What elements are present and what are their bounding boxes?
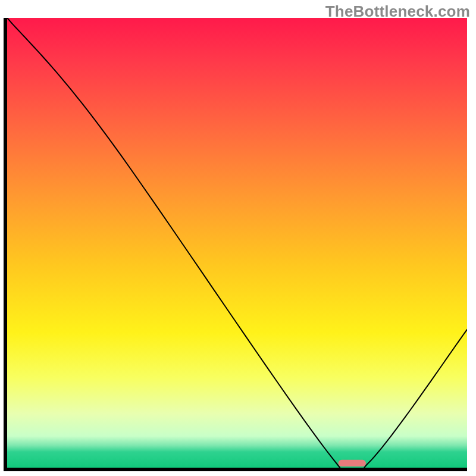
optimal-marker [339,460,366,466]
x-axis [4,468,467,471]
chart-background [7,18,467,468]
bottleneck-chart [4,18,467,471]
chart-frame [4,18,467,471]
y-axis [4,18,7,471]
